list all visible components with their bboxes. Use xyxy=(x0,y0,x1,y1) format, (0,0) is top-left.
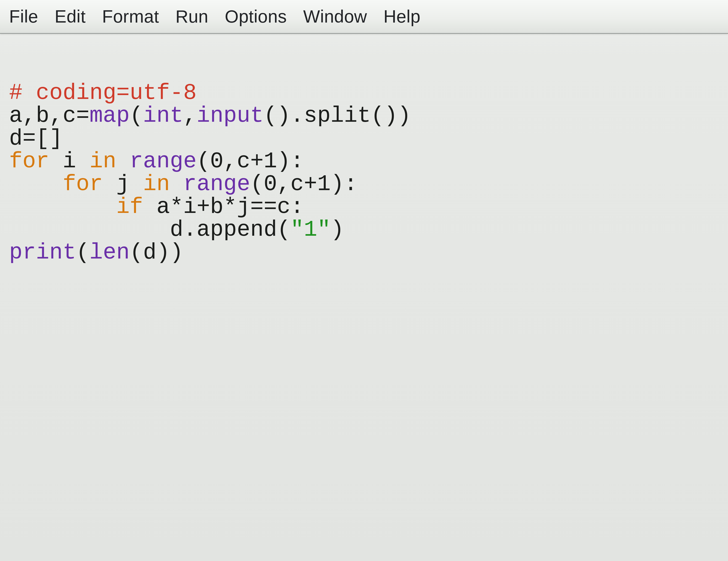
code-editor[interactable]: # coding=utf-8a,b,c=map(int,input().spli… xyxy=(0,34,728,264)
code-token: d.append( xyxy=(170,217,290,242)
code-token: a,b,c= xyxy=(9,103,90,128)
code-token: (d)) xyxy=(130,240,183,265)
code-token xyxy=(116,149,130,174)
menu-format[interactable]: Format xyxy=(102,6,159,27)
code-token xyxy=(170,171,183,197)
code-token: (0,c+1): xyxy=(197,149,304,174)
code-token: ( xyxy=(76,240,90,265)
code-token: if xyxy=(116,194,143,219)
menu-help[interactable]: Help xyxy=(383,6,420,27)
code-token: in xyxy=(143,171,170,197)
code-token: map xyxy=(90,103,130,128)
code-token: int xyxy=(143,103,183,128)
code-token: , xyxy=(183,103,197,128)
code-token: range xyxy=(183,171,250,197)
code-token: in xyxy=(90,149,116,174)
menu-edit[interactable]: Edit xyxy=(55,6,86,27)
code-token: ) xyxy=(331,217,344,242)
code-token: ( xyxy=(130,103,143,128)
code-token: a*i+b*j==c: xyxy=(143,194,304,219)
menu-options[interactable]: Options xyxy=(225,6,287,27)
code-token: "1" xyxy=(290,217,331,242)
code-line[interactable]: for i in range(0,c+1): xyxy=(9,150,728,173)
code-token: range xyxy=(130,149,197,174)
code-line[interactable]: for j in range(0,c+1): xyxy=(9,173,728,195)
code-token: # coding=utf-8 xyxy=(9,80,197,105)
menu-file[interactable]: File xyxy=(9,6,38,27)
code-line[interactable]: d.append("1") xyxy=(9,218,728,241)
code-token: (0,c+1): xyxy=(250,171,357,197)
code-line[interactable]: a,b,c=map(int,input().split()) xyxy=(9,104,728,127)
code-token: len xyxy=(90,240,130,265)
menubar: File Edit Format Run Options Window Help xyxy=(0,0,728,34)
code-line[interactable]: print(len(d)) xyxy=(9,241,728,264)
code-token: input xyxy=(197,103,264,128)
menu-run[interactable]: Run xyxy=(175,6,208,27)
code-line[interactable]: if a*i+b*j==c: xyxy=(9,195,728,218)
code-token: ().split()) xyxy=(264,103,411,128)
code-token: j xyxy=(103,171,143,197)
code-token: for xyxy=(63,171,103,197)
code-token: print xyxy=(9,240,76,265)
code-token: d=[] xyxy=(9,126,63,151)
code-token: for xyxy=(9,149,49,174)
code-line[interactable]: # coding=utf-8 xyxy=(9,82,728,104)
code-line[interactable]: d=[] xyxy=(9,127,728,150)
idle-window: File Edit Format Run Options Window Help… xyxy=(0,0,728,561)
menu-window[interactable]: Window xyxy=(303,6,367,27)
code-token: i xyxy=(49,149,89,174)
